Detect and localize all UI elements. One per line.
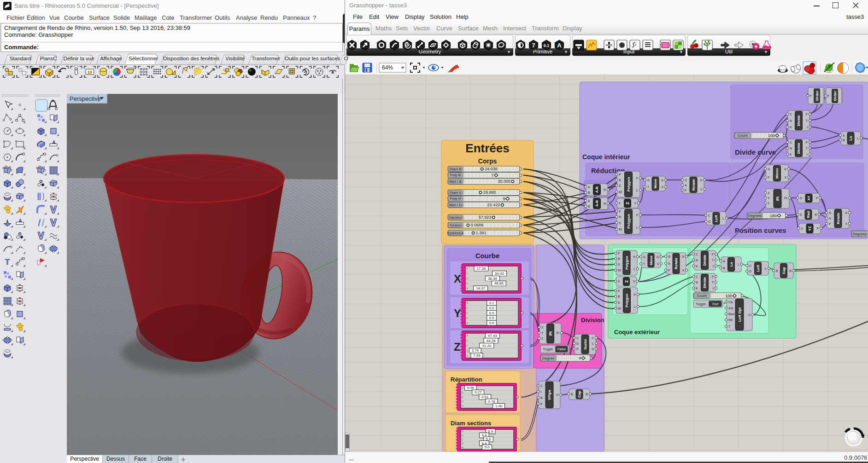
svg-text:Mirror: Mirror xyxy=(775,168,779,179)
svg-text:Diam sections: Diam sections xyxy=(451,420,491,427)
svg-text:64%: 64% xyxy=(382,64,393,71)
svg-text:Divide: Divide xyxy=(703,277,707,288)
svg-text:Corps: Corps xyxy=(478,157,497,165)
svg-text:Courbe: Courbe xyxy=(475,252,500,260)
svg-text:Toggle: Toggle xyxy=(696,302,706,306)
svg-text:K: K xyxy=(696,265,698,268)
svg-text:180: 180 xyxy=(770,214,777,218)
svg-text:0.78: 0.78 xyxy=(488,399,495,404)
svg-text:17.26: 17.26 xyxy=(476,266,486,271)
svg-text:O: O xyxy=(800,197,802,200)
svg-text:C: C xyxy=(708,214,710,217)
svg-text:O: O xyxy=(708,220,710,223)
svg-text:2: 2 xyxy=(462,438,463,441)
svg-text:Move: Move xyxy=(649,255,653,265)
svg-text:2: 2 xyxy=(467,277,468,280)
svg-text:L: L xyxy=(592,342,594,345)
svg-text:R: R xyxy=(619,179,621,182)
svg-text:2: 2 xyxy=(467,344,468,347)
svg-text:Rf: Rf xyxy=(618,307,622,310)
svg-text:Y: Y xyxy=(454,307,461,319)
svg-text:T: T xyxy=(728,325,730,328)
svg-text:0: 0 xyxy=(467,301,468,304)
svg-text:Divide curve: Divide curve xyxy=(735,148,776,156)
svg-text:D: D xyxy=(592,347,594,351)
svg-text:Rf: Rf xyxy=(619,191,622,194)
svg-text:Count: Count xyxy=(738,133,748,138)
svg-text:0: 0 xyxy=(467,334,468,337)
svg-text:Loft: Loft xyxy=(756,265,760,272)
svg-text:Pt: Pt xyxy=(557,331,560,335)
svg-text:50.00: 50.00 xyxy=(495,272,504,276)
svg-text:3.74: 3.74 xyxy=(472,348,479,353)
svg-text:T: T xyxy=(806,119,808,122)
svg-text:D: D xyxy=(800,213,802,216)
svg-text:0.0606: 0.0606 xyxy=(471,223,484,227)
svg-text:P: P xyxy=(712,253,714,256)
svg-text:B: B xyxy=(588,205,590,208)
svg-text:1: 1 xyxy=(467,272,468,275)
svg-text:Rbd: Rbd xyxy=(728,313,734,316)
svg-text:Hauteur: Hauteur xyxy=(449,215,462,220)
svg-text:N: N xyxy=(696,281,698,284)
svg-text:X: X xyxy=(700,188,703,191)
svg-text:Ln: Ln xyxy=(849,136,853,141)
svg-text:D: D xyxy=(576,342,579,345)
svg-text:P: P xyxy=(618,289,620,293)
svg-text:V: V xyxy=(633,280,635,283)
svg-text:Z: Z xyxy=(454,341,461,353)
svg-text:fillet r H: fillet r H xyxy=(449,203,462,207)
svg-text:A: A xyxy=(829,217,831,220)
svg-text:0.00: 0.00 xyxy=(467,386,475,390)
svg-text:G: G xyxy=(668,255,670,258)
svg-text:A: A xyxy=(557,42,562,49)
svg-text:7: 7 xyxy=(492,173,494,178)
svg-text:fillet r B: fillet r B xyxy=(449,179,462,184)
svg-text:1: 1 xyxy=(467,307,468,309)
svg-text:Degrees: Degrees xyxy=(748,214,762,218)
svg-text:4: 4 xyxy=(462,405,463,407)
svg-text:L: L xyxy=(636,189,638,192)
svg-text:T: T xyxy=(647,185,649,189)
svg-text:Cls: Cls xyxy=(728,301,733,304)
svg-text:1: 1 xyxy=(462,434,463,437)
svg-text:A: A xyxy=(588,199,590,203)
svg-text:30.000: 30.000 xyxy=(498,179,510,184)
svg-text:0: 0 xyxy=(462,387,463,389)
svg-text:L: L xyxy=(634,305,636,308)
svg-text:C: C xyxy=(592,336,594,340)
svg-text:O: O xyxy=(801,227,803,230)
svg-text:T: T xyxy=(806,147,808,150)
svg-text:G: G xyxy=(845,211,847,214)
svg-text:N: N xyxy=(696,259,698,262)
svg-text:K: K xyxy=(790,153,792,156)
svg-text:10: 10 xyxy=(88,70,92,75)
svg-text:B: B xyxy=(586,393,588,396)
svg-text:P: P xyxy=(636,177,639,180)
svg-text:R: R xyxy=(604,202,606,205)
svg-text:P: P xyxy=(806,113,808,116)
svg-text:G: G xyxy=(682,255,684,258)
svg-text:P: P xyxy=(685,189,687,192)
svg-text:38.34: 38.34 xyxy=(488,277,498,281)
svg-text:z: z xyxy=(635,43,637,46)
svg-text:A: A xyxy=(723,260,725,263)
svg-text:100: 100 xyxy=(725,294,732,298)
svg-text:P: P xyxy=(557,394,559,397)
svg-text:T: T xyxy=(5,258,10,266)
svg-text:22.422: 22.422 xyxy=(487,203,500,207)
svg-text:Order: Order xyxy=(815,91,819,101)
svg-text:Pt: Pt xyxy=(785,197,788,200)
svg-text:G: G xyxy=(700,179,702,182)
svg-text:Entrées: Entrées xyxy=(465,141,509,155)
svg-text:Pt: Pt xyxy=(775,197,780,201)
svg-text:C: C xyxy=(540,384,543,388)
svg-text:False: False xyxy=(557,347,566,351)
svg-text:X: X xyxy=(768,191,770,195)
svg-text:Cap: Cap xyxy=(782,267,786,274)
svg-text:Divide: Divide xyxy=(703,255,707,266)
svg-text:0.0: 0.0 xyxy=(489,306,494,310)
svg-text:XY: XY xyxy=(807,196,811,201)
svg-text:S: S xyxy=(619,184,621,187)
svg-text:P: P xyxy=(618,252,620,255)
